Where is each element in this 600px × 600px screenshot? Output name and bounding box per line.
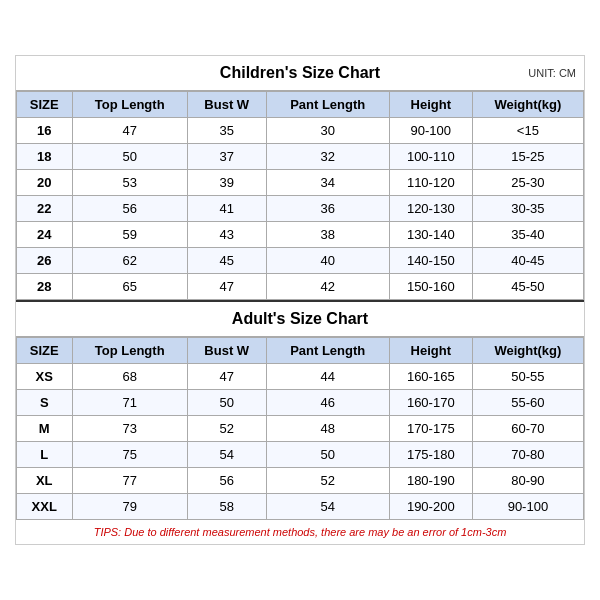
table-row: M735248170-17560-70 (17, 416, 584, 442)
size-chart-container: Children's Size Chart UNIT: CM SIZE Top … (15, 55, 585, 545)
table-row: L755450175-18070-80 (17, 442, 584, 468)
col-height-adult: Height (389, 338, 472, 364)
table-row: 20533934110-12025-30 (17, 170, 584, 196)
col-height: Height (389, 92, 472, 118)
col-weight-adult: Weight(kg) (472, 338, 583, 364)
unit-label: UNIT: CM (528, 67, 576, 79)
col-top-length: Top Length (72, 92, 187, 118)
table-row: 1647353090-100<15 (17, 118, 584, 144)
table-row: 26624540140-15040-45 (17, 248, 584, 274)
children-title: Children's Size Chart UNIT: CM (16, 56, 584, 90)
col-size-adult: SIZE (17, 338, 73, 364)
table-row: 24594338130-14035-40 (17, 222, 584, 248)
table-row: S715046160-17055-60 (17, 390, 584, 416)
table-row: 18503732100-11015-25 (17, 144, 584, 170)
col-top-length-adult: Top Length (72, 338, 187, 364)
adult-title: Adult's Size Chart (16, 302, 584, 336)
tips-text: TIPS: Due to different measurement metho… (16, 520, 584, 544)
table-row: XL775652180-19080-90 (17, 468, 584, 494)
children-header-row: SIZE Top Length Bust W Pant Length Heigh… (17, 92, 584, 118)
col-bust-w-adult: Bust W (187, 338, 266, 364)
col-size: SIZE (17, 92, 73, 118)
table-row: 22564136120-13030-35 (17, 196, 584, 222)
table-row: XXL795854190-20090-100 (17, 494, 584, 520)
table-row: 28654742150-16045-50 (17, 274, 584, 300)
col-weight: Weight(kg) (472, 92, 583, 118)
col-bust-w: Bust W (187, 92, 266, 118)
col-pant-length-adult: Pant Length (266, 338, 389, 364)
col-pant-length: Pant Length (266, 92, 389, 118)
adult-table: SIZE Top Length Bust W Pant Length Heigh… (16, 337, 584, 520)
children-table: SIZE Top Length Bust W Pant Length Heigh… (16, 91, 584, 300)
adult-header-row: SIZE Top Length Bust W Pant Length Heigh… (17, 338, 584, 364)
table-row: XS684744160-16550-55 (17, 364, 584, 390)
